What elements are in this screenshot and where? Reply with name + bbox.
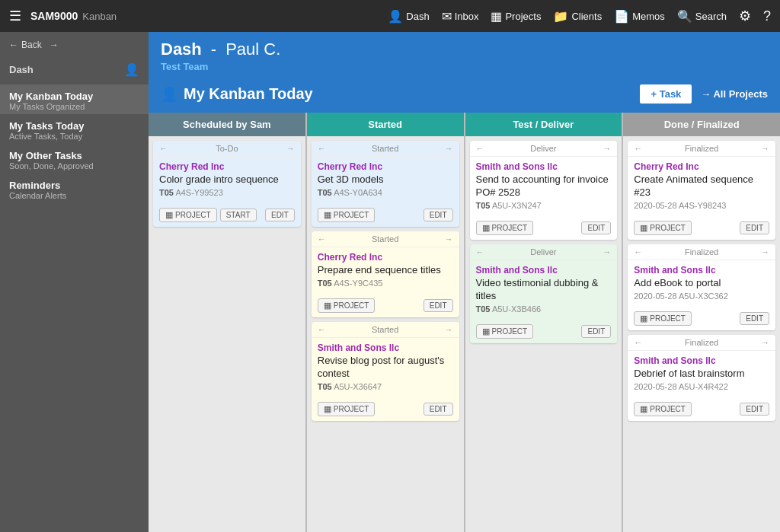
project-button[interactable]: ▦ PROJECT bbox=[634, 402, 692, 416]
kanban-col-scheduled: Scheduled by Sam ← To-Do → Cherry Red In… bbox=[149, 113, 307, 532]
project-button[interactable]: ▦ PROJECT bbox=[476, 324, 534, 339]
card-client[interactable]: Cherry Red Inc bbox=[634, 161, 769, 172]
card-code: 2020-05-28 A5U-X4R422 bbox=[634, 382, 769, 391]
all-projects-button[interactable]: → All Projects bbox=[701, 88, 768, 100]
nav-inbox[interactable]: ✉ Inbox bbox=[442, 9, 479, 24]
card-title: Revise blog post for august's contest bbox=[318, 355, 453, 381]
edit-button[interactable]: EDIT bbox=[581, 221, 611, 234]
edit-button[interactable]: EDIT bbox=[740, 312, 769, 325]
sidebar-user-label: Dash bbox=[9, 64, 34, 75]
task-card-done-0: ← Finalized → Cherry Red Inc Create Anim… bbox=[628, 141, 775, 240]
start-button[interactable]: START bbox=[220, 209, 257, 221]
sidebar: ← Back → Dash 👤 My Kanban Today My Tasks… bbox=[0, 32, 149, 532]
col-header-scheduled: Scheduled by Sam bbox=[149, 113, 305, 136]
kanban-col-test: Test / Deliver ← Deliver → Smith and Son… bbox=[465, 113, 624, 532]
card-client[interactable]: Smith and Sons llc bbox=[476, 161, 612, 172]
card-left-arrow[interactable]: ← bbox=[318, 144, 326, 153]
nav-search[interactable]: 🔍 Search bbox=[677, 9, 727, 24]
card-client[interactable]: Smith and Sons llc bbox=[318, 342, 453, 353]
nav-right: 👤 Dash ✉ Inbox ▦ Projects 📁 Clients 📄 Me… bbox=[388, 8, 771, 24]
edit-button[interactable]: EDIT bbox=[740, 403, 769, 416]
forward-button[interactable]: → bbox=[50, 40, 59, 50]
edit-button[interactable]: EDIT bbox=[424, 403, 453, 416]
card-right-arrow[interactable]: → bbox=[445, 325, 453, 334]
sidebar-item-2[interactable]: My Other Tasks Soon, Done, Approved bbox=[0, 144, 149, 174]
col-header-test: Test / Deliver bbox=[465, 113, 622, 136]
card-body: Cherry Red Inc Prepare end sequence titl… bbox=[312, 247, 459, 295]
card-client[interactable]: Smith and Sons llc bbox=[634, 265, 769, 276]
card-right-arrow[interactable]: → bbox=[445, 234, 453, 244]
card-status: Finalized bbox=[685, 338, 718, 347]
card-left-arrow[interactable]: ← bbox=[634, 338, 642, 347]
nav-dash[interactable]: 👤 Dash bbox=[388, 9, 429, 24]
card-title: Video testimonial dubbing & titles bbox=[476, 277, 612, 303]
header-title: Dash bbox=[161, 40, 202, 59]
card-footer: ▦ PROJECTEDIT bbox=[312, 399, 459, 421]
kanban-col-started: Started ← Started → Cherry Red Inc Get 3… bbox=[307, 113, 465, 532]
card-title: Get 3D models bbox=[318, 174, 453, 186]
nav-projects-label: Projects bbox=[505, 11, 541, 22]
card-right-arrow[interactable]: → bbox=[445, 144, 453, 153]
card-right-arrow[interactable]: → bbox=[761, 338, 769, 347]
card-title: Prepare end sequence titles bbox=[318, 264, 453, 277]
card-header-row: ← Deliver → bbox=[470, 141, 618, 157]
card-left-arrow[interactable]: ← bbox=[634, 144, 642, 153]
card-footer: ▦ PROJECTSTARTEDIT bbox=[153, 205, 301, 227]
sidebar-item-3[interactable]: Reminders Calendar Alerts bbox=[0, 174, 149, 203]
sidebar-back-row: ← Back → bbox=[0, 32, 149, 58]
card-client[interactable]: Cherry Red Inc bbox=[318, 161, 453, 172]
help-icon[interactable]: ? bbox=[763, 8, 771, 24]
hamburger-icon[interactable]: ☰ bbox=[9, 8, 21, 24]
card-right-arrow[interactable]: → bbox=[286, 144, 295, 153]
main-layout: ← Back → Dash 👤 My Kanban Today My Tasks… bbox=[0, 32, 780, 532]
sidebar-item-0[interactable]: My Kanban Today My Tasks Organized bbox=[0, 84, 149, 114]
add-task-button[interactable]: + Task bbox=[638, 83, 693, 105]
nav-projects[interactable]: ▦ Projects bbox=[491, 9, 541, 24]
card-client[interactable]: Cherry Red Inc bbox=[318, 252, 453, 263]
card-client[interactable]: Smith and Sons llc bbox=[634, 355, 769, 366]
card-left-arrow[interactable]: ← bbox=[318, 234, 326, 244]
card-body: Cherry Red Inc Color grade intro sequenc… bbox=[153, 157, 301, 205]
nav-clients[interactable]: 📁 Clients bbox=[553, 9, 602, 24]
card-left-arrow[interactable]: ← bbox=[159, 144, 168, 153]
card-status: Deliver bbox=[530, 247, 556, 256]
task-card-done-2: ← Finalized → Smith and Sons llc Debrief… bbox=[628, 335, 775, 421]
card-left-arrow[interactable]: ← bbox=[476, 144, 484, 153]
edit-button[interactable]: EDIT bbox=[265, 209, 295, 221]
card-right-arrow[interactable]: → bbox=[761, 144, 769, 153]
card-left-arrow[interactable]: ← bbox=[634, 247, 642, 256]
card-client[interactable]: Cherry Red Inc bbox=[159, 161, 295, 172]
card-body: Smith and Sons llc Send to accounting fo… bbox=[470, 157, 618, 218]
projects-icon: ▦ bbox=[491, 9, 502, 24]
card-footer: ▦ PROJECTEDIT bbox=[312, 295, 459, 317]
card-left-arrow[interactable]: ← bbox=[476, 247, 484, 256]
gear-icon[interactable]: ⚙ bbox=[739, 8, 751, 24]
project-button[interactable]: ▦ PROJECT bbox=[159, 208, 217, 222]
card-right-arrow[interactable]: → bbox=[603, 247, 611, 256]
nav-memos[interactable]: 📄 Memos bbox=[614, 9, 665, 24]
edit-button[interactable]: EDIT bbox=[581, 325, 611, 338]
back-button[interactable]: ← Back bbox=[9, 40, 42, 50]
project-button[interactable]: ▦ PROJECT bbox=[634, 311, 692, 326]
col-body-started: ← Started → Cherry Red Inc Get 3D models… bbox=[307, 136, 464, 532]
card-code: T05 A5U-X3B466 bbox=[476, 304, 612, 314]
project-button[interactable]: ▦ PROJECT bbox=[476, 221, 534, 235]
card-status: Started bbox=[372, 325, 398, 334]
project-button[interactable]: ▦ PROJECT bbox=[318, 298, 376, 313]
card-left-arrow[interactable]: ← bbox=[318, 325, 326, 334]
project-button[interactable]: ▦ PROJECT bbox=[634, 221, 692, 235]
card-right-arrow[interactable]: → bbox=[761, 247, 769, 256]
sidebar-item-1[interactable]: My Tasks Today Active Tasks, Today bbox=[0, 114, 149, 144]
edit-button[interactable]: EDIT bbox=[740, 221, 769, 234]
task-card-test-0: ← Deliver → Smith and Sons llc Send to a… bbox=[470, 141, 618, 240]
card-title: Create Animated sequence #23 bbox=[634, 174, 769, 199]
project-button[interactable]: ▦ PROJECT bbox=[318, 208, 376, 222]
card-body: Smith and Sons llc Add eBook to portal 2… bbox=[628, 260, 775, 308]
card-right-arrow[interactable]: → bbox=[603, 144, 611, 153]
edit-button[interactable]: EDIT bbox=[424, 299, 453, 312]
edit-button[interactable]: EDIT bbox=[424, 209, 453, 221]
card-header-row: ← Finalized → bbox=[628, 244, 775, 260]
sidebar-item-title-3: Reminders bbox=[9, 180, 139, 191]
card-client[interactable]: Smith and Sons llc bbox=[476, 265, 612, 276]
project-button[interactable]: ▦ PROJECT bbox=[318, 402, 376, 416]
